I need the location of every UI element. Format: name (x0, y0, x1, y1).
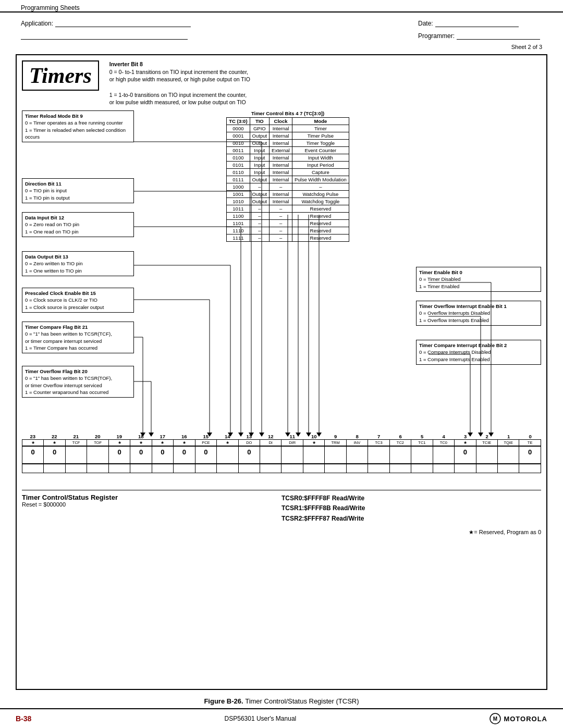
overflow-flag-line3: 1 = Counter wraparound has occurred (25, 389, 108, 395)
timer-enable-line2: 1 = Timer Enabled (419, 283, 459, 289)
bit-empty (44, 464, 65, 473)
application-field2 (21, 31, 193, 40)
table-row: – (270, 205, 292, 213)
compare-flag-line3: 1 = Timer Compare has occurred (25, 345, 97, 351)
bit-value: 0 (22, 447, 44, 464)
box-compare-int: Timer Compare Interrupt Enable Bit 2 0 =… (416, 340, 541, 365)
addr1: TCSR0:$FFFF8F Read/Write (282, 493, 541, 503)
table-row: 0000 (227, 125, 250, 132)
tc-col-header-2: Clock (270, 118, 292, 125)
bit-value (433, 447, 455, 464)
table-row: Capture (292, 169, 349, 176)
direction-line1: 0 = TIO pin is input (25, 188, 67, 193)
overflow-int-label: Timer Overflow Interrupt Enable Bit 1 (419, 303, 538, 310)
application-label: Application: (21, 20, 53, 27)
overflow-flag-line2: or timer Overflow interrupt serviced (25, 382, 102, 388)
bit-label: TE (519, 440, 541, 446)
table-row: – (250, 220, 270, 227)
compare-flag-label: Timer Compare Flag Bit 21 (25, 324, 131, 330)
bit-empty (260, 464, 282, 473)
bit-empty (152, 464, 174, 473)
table-row: – (270, 183, 292, 191)
table-row: Input (250, 154, 270, 162)
bit-empty (303, 464, 325, 473)
prescaled-line2: 1 = Clock source is prescaler output (25, 304, 104, 310)
table-row: Internal (270, 198, 292, 205)
data-input-label: Data Input Bit 12 (25, 214, 131, 221)
bit-number: 4 (433, 434, 455, 439)
table-row: 1011 (227, 205, 250, 213)
tcsr-info: Timer Control/Status Register Reset = $0… (22, 493, 282, 508)
tc-col-header-0: TC (3:0) (227, 118, 250, 125)
table-row: – (250, 183, 270, 191)
bit-number: 18 (130, 434, 152, 439)
table-row: Pulse Width Modulation (292, 176, 349, 183)
bit-empty (347, 464, 368, 473)
page-footer: B-38 DSP56301 User's Manual M MOTOROLA (0, 708, 563, 728)
header-fields: Application: Date: Programmer: (0, 13, 563, 44)
prescaled-label: Prescaled Clock Enable Bit 15 (25, 290, 131, 297)
bit-empty (368, 464, 389, 473)
bit-empty (390, 464, 411, 473)
bit-label: TC2 (390, 440, 411, 446)
table-row: 0101 (227, 162, 250, 169)
box-overflow-flag: Timer Overflow Flag Bit 20 0 = "1" has b… (22, 366, 134, 398)
application-underline (55, 19, 191, 27)
box-tc-table: Timer Control Bits 4 7 (TC[3:0]) TC (3:0… (194, 110, 382, 242)
prescaled-line1: 0 = Clock source is CLK/2 or TIO (25, 297, 97, 303)
main-box: Timers Inverter Bit 8 0 = 0- to-1 transi… (16, 54, 547, 690)
box-data-output: Data Output Bit 13 0 = Zero written to T… (22, 251, 134, 276)
bit-empty (87, 464, 108, 473)
bit-label: ★ (152, 440, 174, 446)
motorola-brand-text: MOTOROLA (504, 715, 547, 723)
bit-label: TRM (325, 440, 346, 446)
data-input-line2: 1 = One read on TIO pin (25, 229, 79, 235)
bit-value: 0 (152, 447, 174, 464)
figure-bold: Figure B-26. (204, 697, 243, 705)
tc-col-header-1: TIO (250, 118, 270, 125)
empty-row (22, 464, 541, 473)
inverter-label: Inverter Bit 8 (109, 61, 143, 67)
bit-label: TOF (87, 440, 108, 446)
bit-number: 0 (520, 434, 542, 439)
bit-label: TQIE (498, 440, 519, 446)
value-row: 0000000000 (22, 446, 541, 464)
bit-value (66, 447, 87, 464)
svg-text:M: M (493, 716, 497, 722)
bit-number: 5 (411, 434, 433, 439)
bit-value: 0 (130, 447, 152, 464)
bit-value: 0 (239, 447, 260, 464)
bit-label: ★ (303, 440, 325, 446)
tcsr-addresses: TCSR0:$FFFF8F Read/Write TCSR1:$FFFF8B R… (282, 493, 541, 524)
top-header: Programming Sheets (0, 0, 563, 13)
table-row: 0110 (227, 169, 250, 176)
table-row: Output (250, 132, 270, 140)
footer-brand: M MOTOROLA (489, 712, 547, 725)
header-right: Date: Programmer: (418, 19, 542, 40)
bit-label: DI (260, 440, 282, 446)
bit-value (498, 447, 519, 464)
bit-empty (498, 464, 519, 473)
table-row: Reserved (292, 235, 349, 242)
bit-empty (411, 464, 433, 473)
bit-value (411, 447, 433, 464)
table-row: Output (250, 140, 270, 147)
table-row: Internal (270, 162, 292, 169)
compare-int-line1: 0 = Compare Interrupts Disabled (419, 349, 491, 355)
box-timer-reload: Timer Reload Mode Bit 9 0 = Timer operat… (22, 110, 134, 142)
overflow-int-line2: 1 = Overflow Interrupts Enabled (419, 317, 489, 323)
bit-label: INV (347, 440, 368, 446)
bit-label: ★ (455, 440, 476, 446)
direction-line2: 1 = TIO pin is output (25, 195, 70, 201)
table-row: Watchdog Pulse (292, 191, 349, 198)
bit-number: 23 (22, 434, 44, 439)
data-input-line1: 0 = Zero read on TIO pin (25, 221, 79, 227)
bit-value: 0 (109, 447, 130, 464)
date-underline (435, 19, 519, 27)
box-compare-flag: Timer Compare Flag Bit 21 0 = "1" has be… (22, 322, 134, 353)
table-row: Output (250, 176, 270, 183)
bit-label: TC1 (411, 440, 433, 446)
bit-value: 0 (455, 447, 476, 464)
programmer-field: Programmer: (418, 31, 542, 40)
application-field: Application: (21, 19, 193, 27)
